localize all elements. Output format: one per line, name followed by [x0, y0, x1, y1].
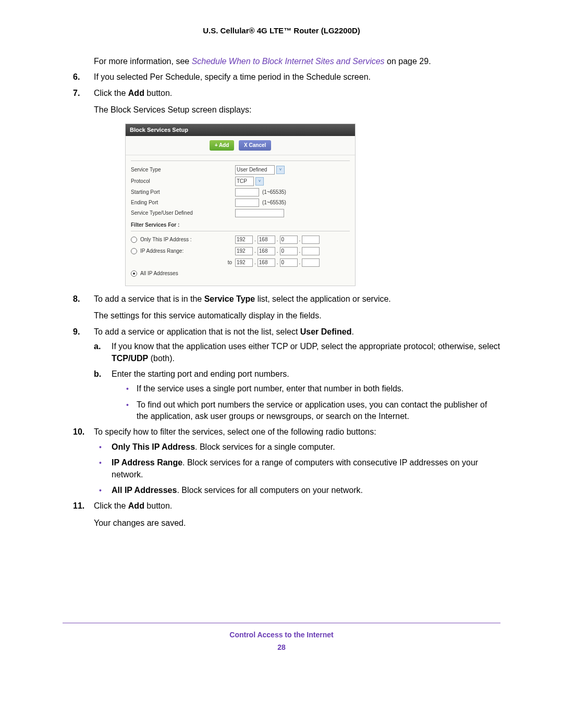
ending-port-hint: (1~65535): [262, 199, 286, 206]
fig-toolbar: + Add X Cancel: [126, 136, 355, 155]
step-9a-pre: If you know that the application uses ei…: [112, 342, 500, 351]
page-number: 28: [63, 643, 500, 651]
step-10: 10. To specify how to filter the service…: [63, 426, 500, 496]
step-9a-post: (both).: [148, 354, 175, 363]
ip-range-label: IP Address Range:: [140, 248, 183, 255]
step-11: 11. Click the Add button. Your changes a…: [63, 500, 500, 529]
step-9-post: .: [351, 327, 353, 336]
step-9a-label: a.: [94, 341, 101, 352]
step-10-b3-rest: . Block services for all computers on yo…: [177, 486, 363, 495]
ending-port-label: Ending Port: [131, 199, 235, 206]
step-8: 8. To add a service that is in the Servi…: [63, 293, 500, 322]
step-11-num: 11.: [73, 500, 84, 512]
service-type-select[interactable]: User Defined: [235, 165, 275, 175]
ip-range-from-1[interactable]: 192: [235, 247, 253, 255]
step-9b: b. Enter the starting port and ending po…: [94, 368, 500, 423]
step-10-bullet-1: Only This IP Address. Block services for…: [94, 441, 500, 453]
step-11-post: button.: [144, 501, 172, 510]
step-8-pre: To add a service that is in the: [94, 294, 204, 303]
service-type-label: Service Type: [131, 166, 235, 174]
step-8-num: 8.: [73, 293, 80, 305]
ip-octet-3[interactable]: 0: [280, 236, 298, 244]
step-9b-label: b.: [94, 368, 101, 380]
fig-title: Block Services Setup: [126, 124, 355, 136]
user-defined-label: Service Type/User Defined: [131, 209, 235, 217]
step-9b-text: Enter the starting port and ending port …: [112, 369, 289, 378]
footer-title: Control Access to the Internet: [63, 631, 500, 639]
step-7-pre: Click the: [94, 89, 128, 97]
step-9a: a. If you know that the application uses…: [94, 341, 500, 364]
cancel-button[interactable]: X Cancel: [239, 140, 271, 151]
protocol-label: Protocol: [131, 178, 235, 185]
ip-range-to-4[interactable]: [302, 258, 320, 267]
protocol-select[interactable]: TCP: [235, 177, 254, 186]
intro-suffix: on page 29.: [385, 57, 431, 66]
filter-services-heading: Filter Services For :: [131, 221, 350, 229]
ip-range-from-2[interactable]: 168: [258, 247, 275, 255]
step-10-bullet-3: All IP Addresses. Block services for all…: [94, 485, 500, 496]
step-6: 6. If you selected Per Schedule, specify…: [63, 71, 500, 83]
page-header: U.S. Cellular® 4G LTE™ Router (LG2200D): [63, 26, 500, 35]
step-7-bold: Add: [128, 89, 144, 97]
step-9: 9. To add a service or application that …: [63, 326, 500, 423]
all-ip-label: All IP Addresses: [140, 270, 178, 277]
ip-range-from-4[interactable]: [302, 247, 320, 255]
starting-port-input[interactable]: [235, 188, 259, 196]
add-button[interactable]: + Add: [210, 140, 235, 151]
step-10-num: 10.: [73, 426, 84, 438]
ip-range-to-label: to: [131, 259, 235, 266]
step-11-pre: Click the: [94, 501, 128, 510]
ip-range-from-3[interactable]: 0: [280, 247, 298, 255]
step-11-after: Your changes are saved.: [94, 517, 500, 529]
ending-port-input[interactable]: [235, 199, 259, 207]
ip-range-to-2[interactable]: 168: [258, 258, 275, 267]
step-8-bold: Service Type: [204, 294, 255, 303]
only-this-ip-radio[interactable]: [131, 237, 137, 243]
intro-paragraph: For more information, see Schedule When …: [94, 56, 500, 67]
step-7-after: The Block Services Setup screen displays…: [94, 104, 500, 116]
starting-port-hint: (1~65535): [262, 189, 286, 196]
ip-range-to-1[interactable]: 192: [235, 258, 253, 267]
schedule-link[interactable]: Schedule When to Block Internet Sites an…: [192, 57, 385, 66]
step-9-num: 9.: [73, 326, 80, 338]
step-10-b3-bold: All IP Addresses: [112, 486, 177, 495]
dropdown-icon[interactable]: v: [276, 166, 285, 174]
step-10-b1-rest: . Block services for a single computer.: [195, 442, 335, 451]
footer-rule: [63, 623, 500, 623]
ip-octet-2[interactable]: 168: [258, 236, 275, 244]
step-8-after: The settings for this service automatica…: [94, 310, 500, 322]
only-this-ip-label: Only This IP Address :: [140, 236, 192, 243]
ip-octet-4[interactable]: [302, 236, 320, 244]
user-defined-input[interactable]: [235, 209, 284, 217]
ip-range-to-3[interactable]: 0: [280, 258, 298, 267]
step-8-post: list, select the application or service.: [255, 294, 391, 303]
step-9-bold: User Defined: [300, 327, 352, 336]
step-6-num: 6.: [73, 71, 80, 83]
intro-prefix: For more information, see: [94, 57, 192, 66]
ip-octet-1[interactable]: 192: [235, 236, 253, 244]
block-services-screenshot: Block Services Setup + Add X Cancel Serv…: [125, 124, 356, 286]
step-9b-bullet-2: To find out which port numbers the servi…: [126, 399, 500, 423]
step-7-post: button.: [144, 89, 172, 97]
step-10-text: To specify how to filter the services, s…: [94, 427, 376, 436]
step-7-num: 7.: [73, 88, 80, 99]
starting-port-label: Starting Port: [131, 189, 235, 196]
dropdown-icon[interactable]: v: [255, 177, 264, 186]
all-ip-radio[interactable]: [131, 270, 137, 277]
step-10-b1-bold: Only This IP Address: [112, 442, 195, 451]
step-10-bullet-2: IP Address Range. Block services for a r…: [94, 457, 500, 480]
step-9a-bold: TCP/UDP: [112, 354, 148, 363]
ip-range-radio[interactable]: [131, 248, 137, 254]
step-6-text: If you selected Per Schedule, specify a …: [94, 72, 371, 81]
step-7: 7. Click the Add button. The Block Servi…: [63, 88, 500, 286]
step-10-b2-bold: IP Address Range: [112, 458, 182, 467]
step-9b-bullet-1: If the service uses a single port number…: [126, 383, 500, 394]
step-11-bold: Add: [128, 501, 144, 510]
step-9-pre: To add a service or application that is …: [94, 327, 300, 336]
